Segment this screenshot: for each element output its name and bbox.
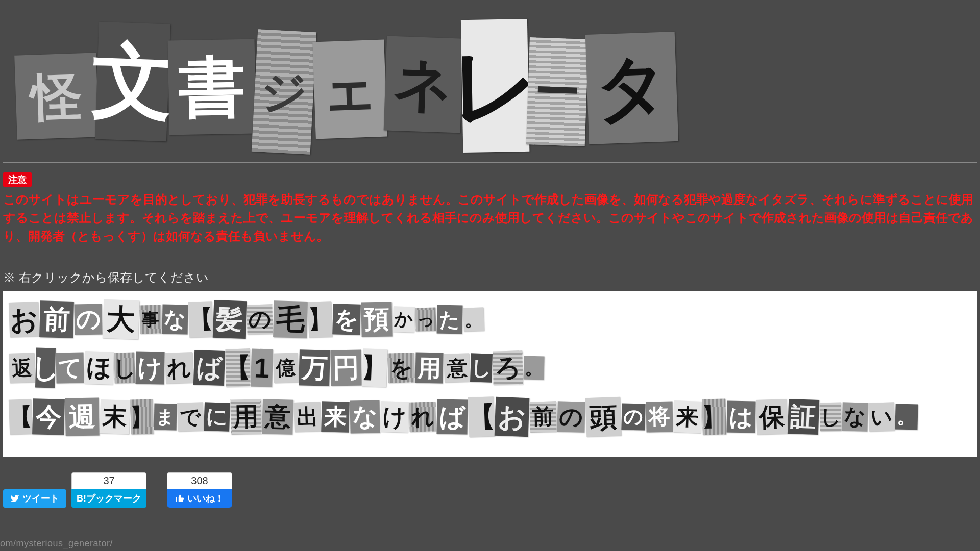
ransom-char: ば bbox=[193, 350, 225, 386]
title-char-6: レ bbox=[461, 19, 530, 153]
ransom-char: 預 bbox=[361, 302, 392, 337]
ransom-char: な bbox=[842, 402, 868, 431]
ransom-char: 【 bbox=[9, 399, 32, 434]
ransom-char: 来 bbox=[321, 401, 350, 432]
ransom-char: を bbox=[387, 353, 415, 383]
ransom-line-2: 【今週末】までに用意出来なければ【お前の頭の将来】は保証しない。 bbox=[9, 397, 971, 437]
ransom-char: 毛 bbox=[273, 300, 308, 338]
ransom-char: の bbox=[621, 403, 645, 430]
ransom-char: か bbox=[393, 306, 415, 332]
ransom-char: 前 bbox=[39, 300, 74, 338]
ransom-char: 用 bbox=[415, 353, 443, 384]
ransom-char: 来 bbox=[673, 400, 702, 433]
ransom-char: 1 bbox=[251, 348, 273, 387]
ransom-line-0: お前の大事な【髪の毛】を預かった。 bbox=[9, 300, 971, 339]
thumbs-up-icon bbox=[175, 494, 184, 503]
ransom-char: 【 bbox=[188, 301, 213, 338]
ransom-char: で bbox=[177, 402, 204, 432]
divider bbox=[3, 162, 977, 163]
save-instruction: ※ 右クリックから保存してください bbox=[0, 264, 980, 291]
ransom-char: 。 bbox=[523, 356, 544, 380]
hatena-bookmark-button[interactable]: B!ブックマーク bbox=[71, 489, 146, 508]
ransom-char: ろ bbox=[493, 350, 523, 385]
divider bbox=[3, 255, 977, 255]
ransom-char: し bbox=[114, 352, 135, 383]
facebook-like-count: 308 bbox=[167, 472, 232, 489]
title-char-1: 文 bbox=[95, 22, 170, 142]
ransom-char: 【 bbox=[468, 396, 495, 437]
tweet-label: ツイート bbox=[22, 492, 59, 505]
ransom-char: け bbox=[135, 352, 164, 385]
ransom-char: は bbox=[726, 401, 755, 433]
generated-image-canvas[interactable]: お前の大事な【髪の毛】を預かった。返してほしければ【1億万円】を用意しろ。【今週… bbox=[3, 291, 977, 457]
ransom-char: 万 bbox=[299, 349, 330, 386]
page-title-ransom: 怪 文 書 ジ ェ ネ レ ー タ bbox=[0, 0, 980, 153]
ransom-char: な bbox=[162, 305, 188, 335]
ransom-char: 証 bbox=[788, 399, 819, 435]
ransom-char: お bbox=[9, 302, 39, 337]
ransom-char: っ bbox=[415, 307, 436, 331]
ransom-char: 】 bbox=[362, 348, 388, 387]
faint-url-fragment: om/mysterious_generator/ bbox=[0, 538, 113, 549]
ransom-char: の bbox=[247, 305, 273, 335]
title-char-7: ー bbox=[526, 37, 589, 146]
ransom-char: 末 bbox=[100, 399, 130, 434]
ransom-char: 出 bbox=[293, 402, 321, 432]
twitter-bird-icon bbox=[10, 494, 19, 503]
ransom-char: 】 bbox=[130, 399, 154, 434]
ransom-char: 】 bbox=[308, 301, 332, 338]
ransom-char: し bbox=[470, 353, 493, 382]
ransom-char: 大 bbox=[103, 299, 140, 339]
ransom-char: 意 bbox=[262, 399, 293, 435]
hatena-bookmark-widget: 37 B!ブックマーク bbox=[71, 472, 146, 508]
ransom-char: て bbox=[56, 353, 84, 384]
hatena-count: 37 bbox=[71, 472, 146, 489]
ransom-char: け bbox=[380, 401, 409, 433]
ransom-char: し bbox=[35, 348, 56, 388]
ransom-char: い bbox=[868, 402, 895, 432]
facebook-like-label: いいね！ bbox=[187, 492, 224, 505]
ransom-char: 頭 bbox=[585, 397, 622, 437]
ransom-char: の bbox=[74, 304, 102, 335]
facebook-like-widget: 308 いいね！ bbox=[167, 472, 232, 508]
title-char-4: ェ bbox=[312, 40, 387, 139]
ransom-char: ば bbox=[436, 399, 468, 434]
ransom-char: を bbox=[332, 304, 361, 335]
ransom-char: 】 bbox=[702, 398, 726, 435]
ransom-line-1: 返してほしければ【1億万円】を用意しろ。 bbox=[9, 348, 971, 388]
warning-badge: 注意 bbox=[3, 172, 32, 187]
title-char-0: 怪 bbox=[14, 53, 99, 139]
ransom-char: れ bbox=[165, 352, 193, 384]
ransom-char: な bbox=[350, 400, 380, 433]
tweet-button[interactable]: ツイート bbox=[3, 489, 66, 508]
ransom-char: お bbox=[495, 397, 530, 437]
ransom-char: 今 bbox=[32, 398, 65, 435]
ransom-char: 保 bbox=[756, 399, 788, 435]
share-row: ツイート 37 B!ブックマーク 308 いいね！ bbox=[0, 457, 980, 508]
ransom-char: ほ bbox=[84, 351, 114, 385]
title-row: 怪 文 書 ジ ェ ネ レ ー タ bbox=[15, 15, 965, 148]
ransom-char: 。 bbox=[463, 307, 484, 331]
ransom-char: 将 bbox=[646, 402, 673, 433]
ransom-char: 週 bbox=[65, 397, 99, 436]
title-char-3: ジ bbox=[252, 29, 316, 155]
ransom-char: に bbox=[204, 402, 230, 432]
facebook-like-button[interactable]: いいね！ bbox=[167, 489, 232, 508]
ransom-char: 事 bbox=[139, 305, 161, 334]
ransom-char: の bbox=[557, 401, 585, 432]
ransom-char: 意 bbox=[444, 353, 470, 383]
ransom-char: 用 bbox=[230, 399, 261, 434]
ransom-char: 。 bbox=[895, 404, 918, 430]
title-char-8: タ bbox=[585, 32, 678, 144]
ransom-char: 億 bbox=[273, 353, 299, 383]
warning-text: このサイトはユーモアを目的としており、犯罪を助長するものではありません。このサイ… bbox=[0, 190, 980, 245]
title-char-2: 書 bbox=[168, 39, 256, 135]
ransom-char: れ bbox=[409, 402, 436, 432]
ransom-char: 前 bbox=[529, 402, 556, 433]
ransom-char: た bbox=[437, 305, 463, 334]
ransom-char: し bbox=[820, 403, 842, 432]
ransom-char: 円 bbox=[330, 349, 361, 386]
ransom-char: 髪 bbox=[213, 300, 247, 339]
ransom-char: 【 bbox=[225, 349, 250, 387]
ransom-char: ま bbox=[154, 404, 177, 431]
